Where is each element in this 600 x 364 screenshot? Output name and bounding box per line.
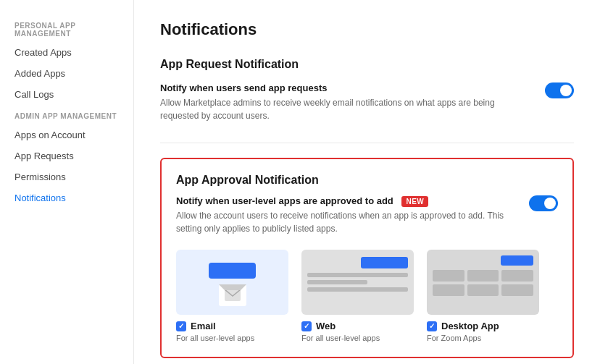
desktop-cell-1 (433, 270, 464, 282)
desktop-channel-desc: For Zoom Apps (427, 334, 539, 342)
email-channel-name: Email (191, 321, 216, 331)
app-approval-toggle[interactable] (529, 195, 558, 211)
sidebar-item-app-requests[interactable]: App Requests (0, 145, 133, 166)
personal-section-label: PERSONAL APP MANAGEMENT (0, 14, 133, 42)
desktop-cell-3 (501, 270, 533, 282)
email-channel-desc: For all user-level apps (176, 334, 288, 342)
desktop-preview-grid (433, 270, 533, 296)
app-request-label: Notify when users send app requests (160, 82, 508, 93)
app-approval-label: Notify when user-level apps are approved… (176, 195, 512, 206)
sidebar: PERSONAL APP MANAGEMENT Created Apps Add… (0, 0, 134, 364)
web-preview-lines (307, 273, 408, 292)
desktop-preview (427, 250, 539, 315)
section-divider (160, 143, 574, 143)
web-line-2 (307, 280, 367, 284)
web-channel-card: Web For all user-level apps (301, 250, 414, 342)
app-request-setting-row: Notify when users send app requests Allo… (160, 82, 574, 122)
new-badge: NEW (401, 196, 428, 207)
desktop-cell-5 (467, 284, 499, 296)
notification-channels: Email For all user-level apps Web (176, 250, 558, 342)
main-content: Notifications App Request Notification N… (134, 0, 600, 364)
app-approval-box: App Approval Notification Notify when us… (160, 158, 574, 358)
desktop-cell-6 (501, 284, 533, 296)
page-title: Notifications (160, 20, 574, 39)
app-approval-description: Allow the account users to receive notif… (176, 209, 512, 235)
email-preview-bubble (209, 263, 256, 279)
email-label-row: Email (176, 321, 288, 331)
web-preview-bar (361, 257, 408, 268)
web-channel-desc: For all user-level apps (301, 334, 414, 342)
sidebar-item-call-logs[interactable]: Call Logs (0, 84, 133, 105)
app-approval-setting-text: Notify when user-level apps are approved… (176, 195, 512, 235)
desktop-checkbox[interactable] (427, 321, 437, 331)
sidebar-item-notifications[interactable]: Notifications (0, 187, 133, 208)
web-channel-name: Web (316, 321, 336, 331)
web-label-row: Web (301, 321, 414, 331)
web-checkbox[interactable] (301, 321, 312, 331)
desktop-cell-2 (467, 270, 499, 282)
app-request-setting-text: Notify when users send app requests Allo… (160, 82, 508, 122)
admin-section-label: ADMIN APP MANAGEMENT (0, 105, 133, 124)
email-checkbox[interactable] (176, 321, 186, 331)
app-request-section: App Request Notification Notify when use… (160, 58, 574, 122)
sidebar-item-created-apps[interactable]: Created Apps (0, 42, 133, 63)
email-preview-icon (219, 284, 246, 306)
envelope-icon (225, 289, 241, 301)
app-request-toggle[interactable] (545, 82, 574, 98)
web-line-3 (307, 287, 408, 292)
app-request-description: Allow Marketplace admins to receive week… (160, 96, 508, 122)
app-request-section-title: App Request Notification (160, 58, 574, 71)
app-approval-setting-row: Notify when user-level apps are approved… (176, 195, 558, 235)
sidebar-item-apps-on-account[interactable]: Apps on Account (0, 124, 133, 145)
desktop-channel-card: Desktop App For Zoom Apps (427, 250, 539, 342)
desktop-cell-4 (433, 284, 464, 296)
web-preview (301, 250, 414, 315)
email-channel-card: Email For all user-level apps (176, 250, 288, 342)
web-line-1 (307, 273, 408, 277)
desktop-channel-name: Desktop App (441, 321, 499, 331)
svg-rect-0 (225, 289, 241, 301)
sidebar-item-added-apps[interactable]: Added Apps (0, 63, 133, 84)
email-preview (176, 250, 288, 315)
app-approval-section-title: App Approval Notification (176, 174, 558, 187)
sidebar-item-permissions[interactable]: Permissions (0, 166, 133, 187)
desktop-preview-bar (501, 255, 533, 266)
desktop-label-row: Desktop App (427, 321, 539, 331)
